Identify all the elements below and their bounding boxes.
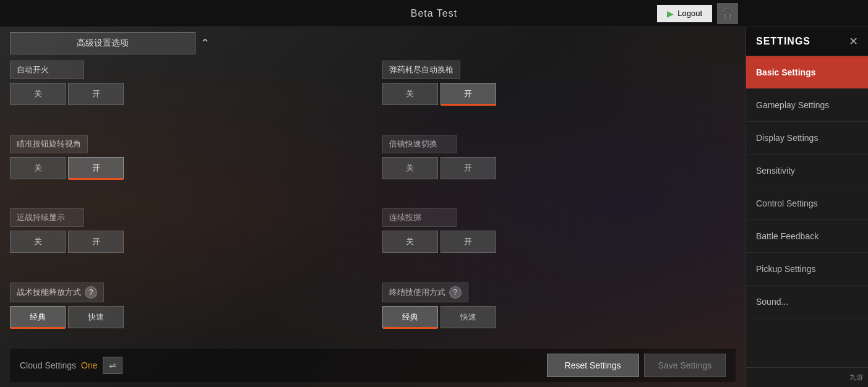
bottom-right-buttons: Reset Settings Save Settings	[547, 354, 726, 377]
aim-rotate-toggle-group: 关 开	[10, 157, 364, 179]
top-bar: Beta Test ▶ Logout 🎧	[0, 0, 868, 27]
auto-fire-label: 自动开火	[10, 61, 84, 79]
content-area: 高级设置选项 ⌃ 自动开火 关 开 弹药耗尽自动换枪 关 开	[0, 27, 746, 387]
settings-grid: 自动开火 关 开 弹药耗尽自动换枪 关 开 瞄准按钮旋转视角 关 开	[10, 61, 736, 349]
tac-skill-help-icon[interactable]: ?	[85, 286, 97, 299]
cloud-value: One	[81, 360, 97, 370]
sidebar-nav: Basic Settings Gameplay Settings Display…	[746, 56, 868, 367]
aim-rotate-label: 瞄准按钮旋转视角	[10, 135, 88, 153]
auto-switch-label: 弹药耗尽自动换枪	[382, 61, 460, 79]
auto-switch-off-button[interactable]: 关	[382, 83, 438, 105]
top-bar-actions: ▶ Logout 🎧	[657, 3, 738, 24]
scope-switch-toggle-group: 关 开	[382, 157, 736, 179]
play-icon: ▶	[667, 9, 674, 19]
final-skill-classic-button[interactable]: 经典	[382, 306, 438, 328]
auto-fire-on-button[interactable]: 开	[68, 83, 124, 105]
reset-button[interactable]: Reset Settings	[547, 354, 639, 377]
scope-switch-setting: 倍镜快速切换 关 开	[382, 135, 736, 200]
auto-fire-setting: 自动开火 关 开	[10, 61, 364, 126]
continuous-throw-label: 连续投掷	[382, 208, 457, 227]
melee-display-setting: 近战持续显示 关 开	[10, 208, 364, 274]
transfer-icon: ⇌	[109, 360, 116, 370]
tac-skill-fast-button[interactable]: 快速	[68, 306, 124, 328]
sidebar-item-battle[interactable]: Battle Feedback	[746, 220, 868, 253]
logout-button[interactable]: ▶ Logout	[657, 5, 712, 22]
melee-display-off-button[interactable]: 关	[10, 231, 66, 253]
continuous-throw-toggle-group: 关 开	[382, 231, 736, 253]
continuous-throw-off-button[interactable]: 关	[382, 231, 438, 253]
sidebar-item-sound[interactable]: Sound...	[746, 286, 868, 318]
sidebar-item-gameplay[interactable]: Gameplay Settings	[746, 89, 868, 122]
melee-display-on-button[interactable]: 开	[68, 231, 124, 253]
cloud-settings: Cloud Settings One ⇌	[20, 357, 122, 374]
logo-text: 九游	[849, 373, 863, 382]
cloud-settings-label: Cloud Settings	[20, 360, 76, 370]
main-layout: 高级设置选项 ⌃ 自动开火 关 开 弹药耗尽自动换枪 关 开	[0, 27, 868, 387]
auto-fire-off-button[interactable]: 关	[10, 83, 66, 105]
sidebar-title: SETTINGS	[756, 36, 810, 47]
tac-skill-setting: 战术技能释放方式 ? 经典 快速	[10, 283, 364, 349]
settings-header: 高级设置选项 ⌃	[10, 32, 736, 54]
sidebar-item-basic[interactable]: Basic Settings	[746, 56, 868, 89]
melee-display-label: 近战持续显示	[10, 208, 84, 227]
user-icon-button[interactable]: 🎧	[717, 3, 738, 24]
save-button[interactable]: Save Settings	[644, 354, 726, 377]
logout-label: Logout	[677, 9, 702, 18]
bottom-bar: Cloud Settings One ⇌ Reset Settings Save…	[10, 349, 736, 382]
chevron-up-icon[interactable]: ⌃	[200, 36, 210, 50]
sidebar-item-sensitivity[interactable]: Sensitivity	[746, 155, 868, 187]
aim-rotate-off-button[interactable]: 关	[10, 157, 66, 179]
auto-fire-toggle-group: 关 开	[10, 83, 364, 105]
tac-skill-classic-button[interactable]: 经典	[10, 306, 66, 328]
auto-switch-toggle-group: 关 开	[382, 83, 736, 105]
tac-skill-toggle-group: 经典 快速	[10, 306, 364, 328]
app-title: Beta Test	[411, 8, 457, 19]
final-skill-setting: 终结技使用方式 ? 经典 快速	[382, 283, 736, 349]
close-icon[interactable]: ✕	[849, 35, 858, 48]
sidebar-bottom: 九游	[746, 367, 868, 387]
scope-switch-on-button[interactable]: 开	[440, 157, 496, 179]
sidebar-header: SETTINGS ✕	[746, 27, 868, 56]
sidebar-item-pickup[interactable]: Pickup Settings	[746, 253, 868, 286]
cloud-icon-button[interactable]: ⇌	[103, 357, 122, 374]
auto-switch-on-button[interactable]: 开	[440, 83, 496, 105]
headset-icon: 🎧	[721, 7, 734, 19]
scope-switch-off-button[interactable]: 关	[382, 157, 438, 179]
continuous-throw-on-button[interactable]: 开	[440, 231, 496, 253]
final-skill-fast-button[interactable]: 快速	[440, 306, 496, 328]
final-skill-help-icon[interactable]: ?	[449, 286, 462, 299]
continuous-throw-setting: 连续投掷 关 开	[382, 208, 736, 274]
final-skill-toggle-group: 经典 快速	[382, 306, 736, 328]
advanced-options-title: 高级设置选项	[10, 32, 196, 54]
sidebar-item-control[interactable]: Control Settings	[746, 187, 868, 220]
sidebar: SETTINGS ✕ Basic Settings Gameplay Setti…	[746, 27, 868, 387]
final-skill-label: 终结技使用方式 ?	[382, 283, 468, 302]
auto-switch-setting: 弹药耗尽自动换枪 关 开	[382, 61, 736, 126]
tac-skill-label: 战术技能释放方式 ?	[10, 283, 104, 302]
sidebar-item-display[interactable]: Display Settings	[746, 122, 868, 155]
melee-display-toggle-group: 关 开	[10, 231, 364, 253]
scope-switch-label: 倍镜快速切换	[382, 135, 457, 153]
aim-rotate-setting: 瞄准按钮旋转视角 关 开	[10, 135, 364, 200]
aim-rotate-on-button[interactable]: 开	[68, 157, 124, 179]
